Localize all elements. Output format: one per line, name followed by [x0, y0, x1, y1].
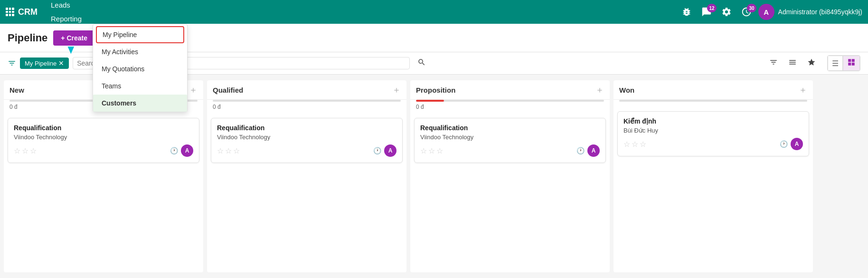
- card-company-0-0: Viindoo Technology: [14, 134, 193, 141]
- bug-icon-btn[interactable]: [679, 5, 695, 19]
- col-amount-1: 0 đ: [207, 104, 406, 114]
- kanban-card-1-0[interactable]: Requalification Viindoo Technology ☆ ☆ ☆…: [211, 118, 403, 163]
- kanban-col-3: Won ＋ Kiểm định Bùi Đức Huy ☆ ☆ ☆: [613, 80, 813, 272]
- col-cards-1: Requalification Viindoo Technology ☆ ☆ ☆…: [207, 114, 406, 272]
- chat-badge: 12: [707, 4, 716, 12]
- col-progress-bar-2: [416, 100, 444, 102]
- card-stars-3-0[interactable]: ☆ ☆ ☆: [623, 140, 646, 149]
- col-progress-2: [416, 100, 604, 102]
- group-btn[interactable]: [784, 56, 801, 70]
- card-avatar-2-0: A: [587, 144, 600, 157]
- card-company-3-0: Bùi Đức Huy: [623, 127, 803, 134]
- card-title-1-0: Requalification: [217, 124, 396, 132]
- dropdown-item-0[interactable]: My Pipeline: [96, 26, 184, 43]
- card-meta-3-0: 🕐 A: [780, 138, 803, 150]
- view-toggle: ☰: [827, 55, 860, 71]
- dropdown-item-3[interactable]: Teams: [93, 77, 187, 95]
- kanban-view-btn[interactable]: [843, 56, 860, 71]
- filter-tag[interactable]: My Pipeline ✕: [20, 58, 69, 69]
- kanban-col-1: Qualified ＋ 0 đ Requalification Viindoo …: [207, 80, 406, 272]
- col-cards-0: Requalification Viindoo Technology ☆ ☆ ☆…: [4, 114, 203, 272]
- nav-item-leads[interactable]: Leads: [43, 0, 101, 12]
- dropdown-item-2[interactable]: My Quotations: [93, 60, 187, 77]
- nav-icons: 12 30 A Administrator (bi8495yqkk9j): [679, 4, 862, 20]
- user-avatar[interactable]: A: [758, 4, 774, 20]
- col-add-btn-0[interactable]: ＋: [189, 84, 198, 96]
- card-title-0-0: Requalification: [14, 124, 193, 132]
- user-name[interactable]: Administrator (bi8495yqkk9j): [778, 8, 862, 16]
- card-footer-0-0: ☆ ☆ ☆ 🕐 A: [14, 144, 193, 157]
- card-footer-1-0: ☆ ☆ ☆ 🕐 A: [217, 144, 396, 157]
- col-add-btn-3[interactable]: ＋: [799, 84, 807, 96]
- card-stars-0-0[interactable]: ☆ ☆ ☆: [14, 146, 37, 155]
- card-avatar-0-0: A: [181, 144, 193, 157]
- kanban-card-0-0[interactable]: Requalification Viindoo Technology ☆ ☆ ☆…: [8, 118, 199, 163]
- search-button[interactable]: [414, 56, 430, 70]
- card-meta-2-0: 🕐 A: [576, 144, 600, 157]
- filter-icon: [8, 59, 16, 67]
- filter-btn[interactable]: [765, 56, 782, 70]
- activity-badge: 30: [747, 4, 756, 12]
- col-title-1: Qualified: [213, 86, 243, 94]
- card-meta-1-0: 🕐 A: [373, 144, 396, 157]
- card-avatar-1-0: A: [384, 144, 396, 157]
- create-button[interactable]: + Create: [53, 30, 95, 46]
- filter-tag-close[interactable]: ✕: [58, 59, 64, 67]
- col-cards-2: Requalification Viindoo Technology ☆ ☆ ☆…: [410, 114, 610, 272]
- kanban-card-2-0[interactable]: Requalification Viindoo Technology ☆ ☆ ☆…: [414, 118, 606, 163]
- list-view-btn[interactable]: ☰: [828, 56, 843, 71]
- clock-icon-0-0: 🕐: [170, 147, 178, 154]
- col-amount-2: 0 đ: [410, 104, 610, 114]
- page-title: Pipeline: [8, 32, 47, 44]
- kanban-col-2: Proposition ＋ 0 đ Requalification Viindo…: [410, 80, 610, 272]
- col-title-0: New: [9, 86, 24, 94]
- col-progress-3: [619, 100, 807, 102]
- app-name: CRM: [18, 7, 38, 17]
- card-company-2-0: Viindoo Technology: [420, 134, 600, 141]
- card-meta-0-0: 🕐 A: [170, 144, 193, 157]
- card-title-3-0: Kiểm định: [623, 117, 803, 125]
- col-add-btn-1[interactable]: ＋: [392, 84, 401, 96]
- dropdown-item-4[interactable]: Customers: [93, 95, 187, 112]
- filter-tag-label: My Pipeline: [25, 60, 57, 67]
- top-navigation: CRM SalesLeadsReportingConfiguration 12 …: [0, 0, 868, 24]
- clock-icon-3-0: 🕐: [780, 140, 788, 148]
- col-header-3: Won ＋: [613, 80, 813, 100]
- grid-icon: [6, 8, 14, 16]
- col-progress-1: [213, 100, 401, 102]
- card-stars-1-0[interactable]: ☆ ☆ ☆: [217, 146, 240, 155]
- card-company-1-0: Viindoo Technology: [217, 134, 396, 141]
- card-title-2-0: Requalification: [420, 124, 600, 132]
- app-logo[interactable]: CRM: [6, 7, 38, 17]
- settings-icon-btn[interactable]: [718, 5, 735, 19]
- card-stars-2-0[interactable]: ☆ ☆ ☆: [420, 146, 443, 155]
- sales-dropdown-menu: My PipelineMy ActivitiesMy QuotationsTea…: [93, 24, 188, 112]
- col-header-1: Qualified ＋: [207, 80, 406, 100]
- col-title-3: Won: [619, 86, 634, 94]
- col-add-btn-2[interactable]: ＋: [595, 84, 604, 96]
- card-footer-3-0: ☆ ☆ ☆ 🕐 A: [623, 138, 803, 150]
- clock-icon-2-0: 🕐: [576, 147, 585, 154]
- card-avatar-3-0: A: [791, 138, 803, 150]
- activity-icon-btn[interactable]: 30: [738, 5, 755, 19]
- clock-icon-1-0: 🕐: [373, 147, 381, 154]
- chat-icon-btn[interactable]: 12: [698, 5, 715, 19]
- favorites-btn[interactable]: [803, 56, 820, 70]
- card-footer-2-0: ☆ ☆ ☆ 🕐 A: [420, 144, 600, 157]
- col-amount-3: [613, 104, 813, 107]
- kanban-card-3-0[interactable]: Kiểm định Bùi Đức Huy ☆ ☆ ☆ 🕐 A: [617, 111, 809, 156]
- col-header-2: Proposition ＋: [410, 80, 610, 100]
- dropdown-item-1[interactable]: My Activities: [93, 43, 187, 60]
- col-title-2: Proposition: [416, 86, 455, 94]
- col-cards-3: Kiểm định Bùi Đức Huy ☆ ☆ ☆ 🕐 A: [613, 107, 813, 272]
